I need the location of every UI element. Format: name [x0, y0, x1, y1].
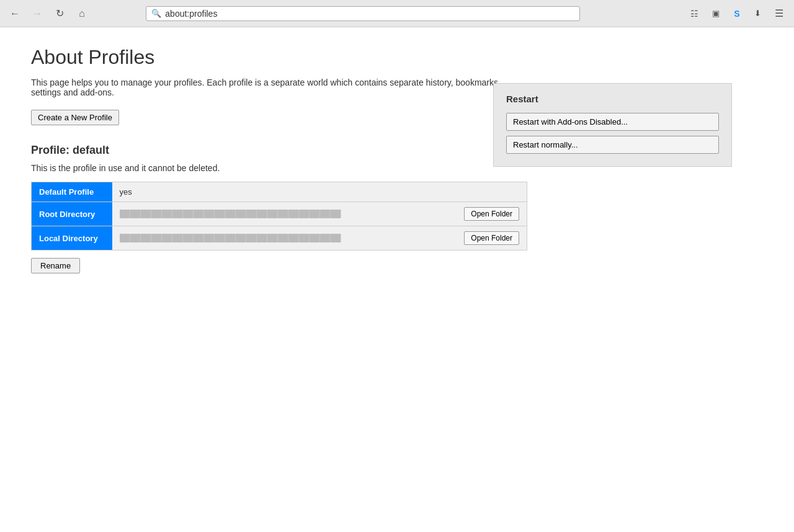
restart-addons-disabled-button[interactable]: Restart with Add-ons Disabled... — [506, 113, 719, 131]
profile-table: Default Profile yes Root Directory █████… — [31, 182, 527, 250]
address-bar: 🔍 — [146, 6, 580, 21]
profile-section-title: Profile: default — [31, 144, 527, 157]
local-directory-label: Local Directory — [32, 226, 112, 250]
table-row: Local Directory ████████████████████████… — [32, 226, 527, 250]
local-directory-open-folder-button[interactable]: Open Folder — [464, 231, 519, 245]
root-directory-value: ████████████████████████████████████████… — [112, 202, 527, 226]
reading-list-icon[interactable]: ☷ — [686, 5, 703, 22]
table-row: Default Profile yes — [32, 182, 527, 202]
forward-button[interactable]: → — [29, 5, 46, 22]
main-area: About Profiles This page helps you to ma… — [31, 46, 763, 273]
default-profile-value: yes — [112, 182, 527, 202]
profile-in-use-message: This is the profile in use and it cannot… — [31, 163, 527, 173]
page-title: About Profiles — [31, 46, 527, 69]
search-icon: 🔍 — [151, 9, 161, 18]
local-directory-value: ████████████████████████████████████████… — [112, 226, 527, 250]
downloads-icon[interactable]: ⬇ — [749, 5, 767, 22]
browser-toolbar: ← → ↻ ⌂ 🔍 ☷ ▣ S ⬇ ☰ — [0, 0, 794, 27]
create-new-profile-button[interactable]: Create a New Profile — [31, 110, 119, 125]
toolbar-right: ☷ ▣ S ⬇ ☰ — [686, 5, 788, 22]
reload-button[interactable]: ↻ — [51, 5, 68, 22]
menu-icon[interactable]: ☰ — [770, 5, 788, 22]
table-row: Root Directory █████████████████████████… — [32, 202, 527, 226]
root-directory-open-folder-button[interactable]: Open Folder — [464, 207, 519, 221]
rename-button[interactable]: Rename — [31, 258, 80, 273]
local-directory-path: ████████████████████████████████████████… — [120, 234, 458, 242]
restart-normally-button[interactable]: Restart normally... — [506, 136, 719, 154]
restart-panel: Restart Restart with Add-ons Disabled...… — [493, 83, 732, 167]
page-description: This page helps you to manage your profi… — [31, 78, 502, 97]
restart-panel-title: Restart — [506, 94, 719, 104]
back-button[interactable]: ← — [6, 5, 24, 22]
tab-view-icon[interactable]: ▣ — [707, 5, 725, 22]
address-input[interactable] — [165, 9, 574, 19]
root-directory-label: Root Directory — [32, 202, 112, 226]
home-button[interactable]: ⌂ — [73, 5, 91, 22]
default-profile-label: Default Profile — [32, 182, 112, 202]
page-content: About Profiles This page helps you to ma… — [0, 27, 794, 532]
sync-icon[interactable]: S — [728, 5, 746, 22]
root-directory-path: ████████████████████████████████████████… — [120, 210, 458, 218]
